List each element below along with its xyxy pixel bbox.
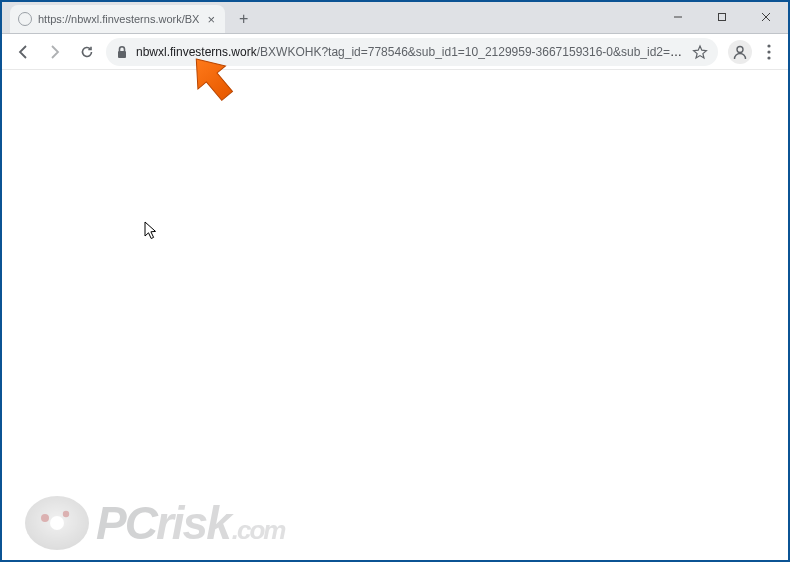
close-window-button[interactable]	[744, 1, 788, 33]
menu-button[interactable]	[758, 44, 780, 60]
reload-button[interactable]	[74, 39, 100, 65]
tab-title: https://nbwxl.finvesterns.work/BX	[38, 13, 199, 25]
svg-point-8	[767, 56, 770, 59]
minimize-button[interactable]	[656, 1, 700, 33]
minimize-icon	[673, 12, 683, 22]
svg-point-7	[767, 50, 770, 53]
kebab-icon	[767, 44, 771, 60]
address-bar[interactable]: nbwxl.finvesterns.work/BXWKOHK?tag_id=77…	[106, 38, 718, 66]
titlebar: https://nbwxl.finvesterns.work/BX × +	[2, 2, 788, 34]
page-content	[2, 72, 788, 560]
close-icon	[761, 12, 771, 22]
bookmark-star-icon[interactable]	[692, 44, 708, 60]
lock-icon	[116, 45, 128, 59]
reload-icon	[79, 44, 95, 60]
svg-rect-1	[719, 14, 726, 21]
back-button[interactable]	[10, 39, 36, 65]
url-text: nbwxl.finvesterns.work/BXWKOHK?tag_id=77…	[136, 45, 684, 59]
forward-arrow-icon	[47, 44, 63, 60]
window-controls	[656, 1, 788, 33]
svg-rect-4	[118, 51, 126, 58]
svg-point-6	[767, 44, 770, 47]
forward-button[interactable]	[42, 39, 68, 65]
url-domain: nbwxl.finvesterns.work	[136, 45, 257, 59]
maximize-icon	[717, 12, 727, 22]
svg-point-5	[737, 46, 743, 52]
url-path: /BXWKOHK?tag_id=778546&sub_id1=10_212995…	[257, 45, 684, 59]
maximize-button[interactable]	[700, 1, 744, 33]
back-arrow-icon	[15, 44, 31, 60]
globe-icon	[18, 12, 32, 26]
new-tab-button[interactable]: +	[233, 5, 254, 33]
profile-avatar-button[interactable]	[728, 40, 752, 64]
browser-tab[interactable]: https://nbwxl.finvesterns.work/BX ×	[10, 5, 225, 33]
toolbar: nbwxl.finvesterns.work/BXWKOHK?tag_id=77…	[2, 34, 788, 70]
close-tab-icon[interactable]: ×	[205, 12, 217, 27]
person-icon	[732, 44, 748, 60]
